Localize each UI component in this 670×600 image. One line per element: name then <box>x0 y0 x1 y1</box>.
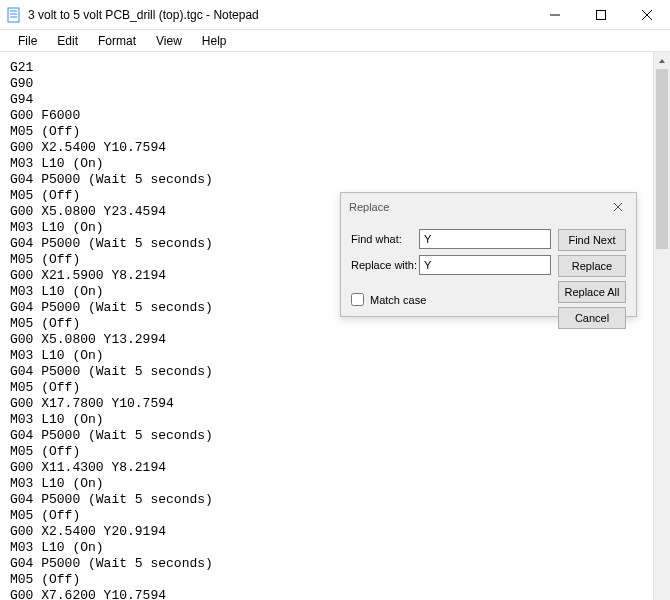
menu-bar: File Edit Format View Help <box>0 30 670 52</box>
window-titlebar: 3 volt to 5 volt PCB_drill (top).tgc - N… <box>0 0 670 30</box>
maximize-button[interactable] <box>578 0 624 29</box>
svg-rect-0 <box>8 8 19 22</box>
replace-dialog: Replace Find what: Replace with: Match c… <box>340 192 637 317</box>
window-title: 3 volt to 5 volt PCB_drill (top).tgc - N… <box>28 8 532 22</box>
scroll-thumb[interactable] <box>656 69 668 249</box>
menu-view[interactable]: View <box>148 32 190 50</box>
scroll-up-arrow[interactable] <box>654 52 670 69</box>
vertical-scrollbar[interactable] <box>653 52 670 600</box>
dialog-titlebar[interactable]: Replace <box>341 193 636 221</box>
replace-button[interactable]: Replace <box>558 255 626 277</box>
replace-all-button[interactable]: Replace All <box>558 281 626 303</box>
match-case-label: Match case <box>370 294 426 306</box>
dialog-close-button[interactable] <box>608 197 628 217</box>
notepad-icon <box>6 7 22 23</box>
svg-rect-5 <box>597 10 606 19</box>
find-input[interactable] <box>419 229 551 249</box>
window-controls <box>532 0 670 29</box>
replace-label: Replace with: <box>351 259 419 271</box>
menu-help[interactable]: Help <box>194 32 235 50</box>
cancel-button[interactable]: Cancel <box>558 307 626 329</box>
replace-input[interactable] <box>419 255 551 275</box>
menu-file[interactable]: File <box>10 32 45 50</box>
match-case-checkbox[interactable] <box>351 293 364 306</box>
close-button[interactable] <box>624 0 670 29</box>
minimize-button[interactable] <box>532 0 578 29</box>
menu-edit[interactable]: Edit <box>49 32 86 50</box>
menu-format[interactable]: Format <box>90 32 144 50</box>
dialog-title: Replace <box>349 201 608 213</box>
dialog-buttons: Find Next Replace Replace All Cancel <box>558 229 626 329</box>
dialog-body: Find what: Replace with: Match case Find… <box>341 221 636 316</box>
text-editor[interactable]: G21 G90 G94 G00 F6000 M05 (Off) G00 X2.5… <box>0 52 653 600</box>
find-label: Find what: <box>351 233 419 245</box>
find-next-button[interactable]: Find Next <box>558 229 626 251</box>
